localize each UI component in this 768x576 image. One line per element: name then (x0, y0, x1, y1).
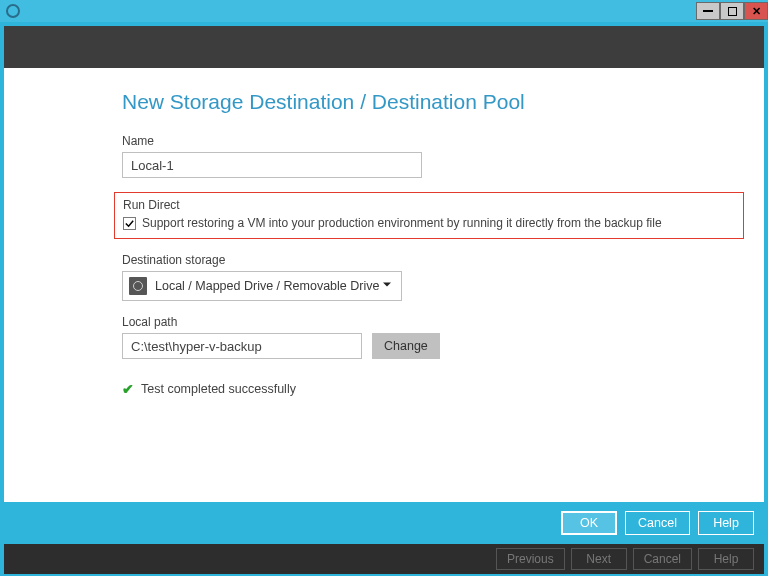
name-label: Name (122, 134, 724, 148)
cancel-button[interactable]: Cancel (625, 511, 690, 535)
wizard-help-button[interactable]: Help (698, 548, 754, 570)
chevron-down-icon (381, 279, 393, 294)
titlebar: ✕ (0, 0, 768, 22)
dialog-footer: OK Cancel Help (4, 502, 764, 544)
wizard-footer: Previous Next Cancel Help (4, 544, 764, 574)
close-button[interactable]: ✕ (744, 2, 768, 20)
status-row: ✔ Test completed successfully (122, 381, 724, 397)
destination-storage-field: Destination storage Local / Mapped Drive… (122, 253, 724, 301)
run-direct-text: Support restoring a VM into your product… (142, 216, 662, 230)
local-path-label: Local path (122, 315, 724, 329)
window-controls: ✕ (696, 2, 768, 20)
ok-button[interactable]: OK (561, 511, 617, 535)
drive-icon (129, 277, 147, 295)
local-path-field: Local path Change (122, 315, 724, 359)
destination-storage-select[interactable]: Local / Mapped Drive / Removable Drive (122, 271, 402, 301)
maximize-button[interactable] (720, 2, 744, 20)
checkmark-icon (124, 218, 135, 229)
help-button[interactable]: Help (698, 511, 754, 535)
name-field: Name (122, 134, 724, 178)
previous-button[interactable]: Previous (496, 548, 565, 570)
app-window: ✕ New Storage Destination / Destination … (0, 0, 768, 576)
status-text: Test completed successfully (141, 382, 296, 396)
check-icon: ✔ (122, 381, 134, 397)
local-path-input[interactable] (122, 333, 362, 359)
run-direct-label: Run Direct (123, 198, 735, 212)
destination-storage-label: Destination storage (122, 253, 724, 267)
run-direct-group: Run Direct Support restoring a VM into y… (114, 192, 744, 239)
run-direct-checkbox[interactable] (123, 217, 136, 230)
name-input[interactable] (122, 152, 422, 178)
change-button[interactable]: Change (372, 333, 440, 359)
destination-storage-value: Local / Mapped Drive / Removable Drive (155, 279, 379, 293)
minimize-button[interactable] (696, 2, 720, 20)
header-band (4, 26, 764, 68)
wizard-cancel-button[interactable]: Cancel (633, 548, 692, 570)
content-area: New Storage Destination / Destination Po… (4, 68, 764, 502)
next-button[interactable]: Next (571, 548, 627, 570)
page-title: New Storage Destination / Destination Po… (122, 90, 724, 114)
app-icon (6, 4, 20, 18)
close-icon: ✕ (752, 6, 761, 17)
